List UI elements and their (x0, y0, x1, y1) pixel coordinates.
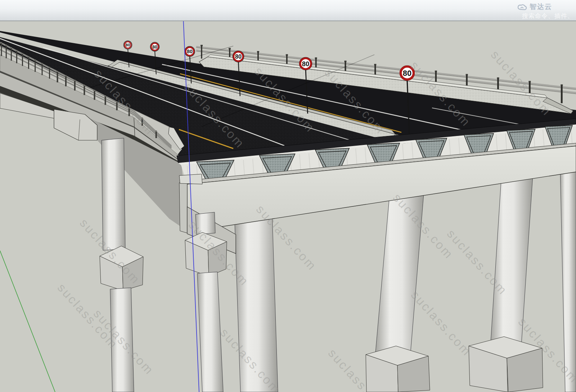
speed-limit-value: 80 (235, 53, 242, 60)
speed-limit-value: 80 (403, 69, 411, 78)
cap-beam-end (179, 183, 187, 233)
speed-limit-value: 80 (302, 60, 309, 68)
toolbar: 智达云 搜索命令、插件、 (0, 0, 576, 21)
search-input[interactable]: 搜索命令、插件、 (522, 12, 576, 20)
speed-limit-value: 80 (126, 43, 130, 47)
viewport-canvas[interactable]: 808080808080 (0, 0, 576, 392)
application-window: 808080808080 (0, 0, 576, 392)
cap-bearing-seat (179, 174, 202, 184)
speed-limit-value: 80 (187, 49, 193, 54)
brand-logo: 智达云 (518, 2, 552, 12)
brand-name: 智达云 (530, 2, 552, 12)
pier-column (235, 215, 278, 392)
speed-limit-value: 80 (152, 45, 157, 50)
cloud-icon (518, 4, 527, 10)
